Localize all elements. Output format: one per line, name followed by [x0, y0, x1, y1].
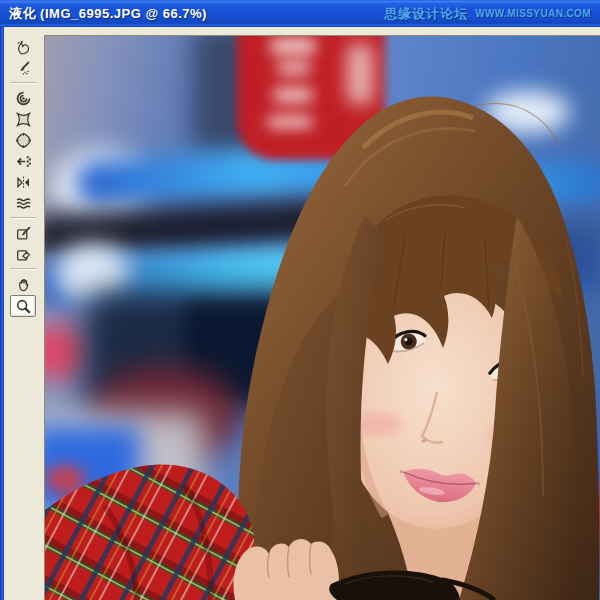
toolbar-divider	[10, 265, 36, 274]
portrait-subject	[45, 36, 600, 600]
liquify-toolbar	[7, 37, 39, 318]
bloat-tool-button[interactable]	[10, 130, 36, 150]
turbulence-tool-button[interactable]	[10, 193, 36, 213]
reconstruct-icon	[15, 60, 32, 77]
pucker-tool-button[interactable]	[10, 109, 36, 129]
twirl-clockwise-icon	[15, 90, 32, 107]
zoom-icon	[15, 298, 32, 315]
freeze-mask-icon	[15, 225, 32, 242]
window-border	[0, 0, 4, 600]
dialog-title: 液化 (IMG_6995.JPG @ 66.7%)	[9, 5, 207, 23]
bloat-icon	[15, 132, 32, 149]
turbulence-icon	[15, 195, 32, 212]
hand-tool-button[interactable]	[10, 274, 36, 294]
mirror-icon	[15, 174, 32, 191]
watermark: 思缘设计论坛 WWW.MISSYUAN.COM	[384, 0, 591, 27]
thaw-mask-icon	[15, 246, 32, 263]
dialog-body	[4, 27, 600, 600]
plaid-shirt	[45, 464, 259, 600]
liquify-canvas[interactable]	[44, 35, 600, 600]
hand-icon	[15, 276, 32, 293]
watermark-site-name: 思缘设计论坛	[384, 5, 468, 23]
twirl-clockwise-tool-button[interactable]	[10, 88, 36, 108]
forward-warp-tool-button[interactable]	[10, 37, 36, 57]
pucker-icon	[15, 111, 32, 128]
push-left-tool-button[interactable]	[10, 151, 36, 171]
reconstruct-tool-button[interactable]	[10, 58, 36, 78]
push-left-icon	[15, 153, 32, 170]
forward-warp-icon	[15, 39, 32, 56]
freeze-mask-tool-button[interactable]	[10, 223, 36, 243]
liquify-dialog: 液化 (IMG_6995.JPG @ 66.7%) 思缘设计论坛 WWW.MIS…	[0, 0, 600, 600]
watermark-site-url: WWW.MISSYUAN.COM	[475, 8, 591, 19]
cheek-blush	[354, 412, 402, 436]
toolbar-divider	[10, 79, 36, 88]
mirror-tool-button[interactable]	[10, 172, 36, 192]
toolbar-divider	[10, 214, 36, 223]
thaw-mask-tool-button[interactable]	[10, 244, 36, 264]
title-bar[interactable]: 液化 (IMG_6995.JPG @ 66.7%) 思缘设计论坛 WWW.MIS…	[0, 0, 600, 27]
zoom-tool-button[interactable]	[10, 295, 36, 317]
